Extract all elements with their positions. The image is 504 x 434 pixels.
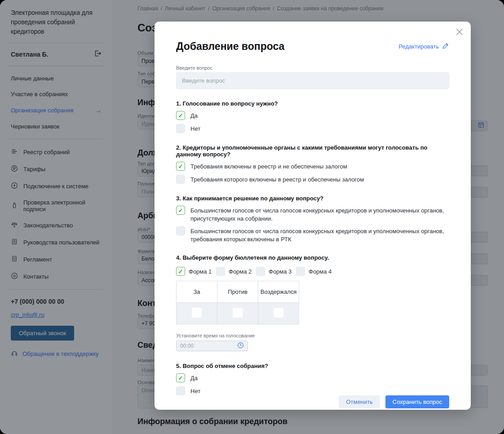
checkbox-unchecked[interactable]	[176, 124, 185, 133]
question-3: 3. Как принимается решение по данному во…	[176, 195, 449, 243]
option-row: Нет	[176, 124, 449, 133]
table-header-for: За	[177, 281, 217, 303]
question-1: 1. Голосование по вопросу нужно? ✓ Да Не…	[176, 100, 449, 133]
option-row: ✓ Да	[176, 111, 449, 120]
checkmark-icon: ✓	[178, 163, 183, 170]
question-title: 1. Голосование по вопросу нужно?	[176, 100, 449, 107]
app-window: Электронная площадка для проведения собр…	[0, 0, 504, 434]
checkmark-icon: ✓	[178, 268, 183, 275]
checkmark-icon: ✓	[178, 207, 183, 214]
checkbox-checked[interactable]: ✓	[176, 162, 185, 171]
question-input-label: Введите вопрос	[176, 65, 449, 71]
vote-checkbox[interactable]	[192, 308, 202, 318]
modal-footer: Отменить Сохранить вопрос	[176, 395, 449, 408]
close-icon[interactable]	[455, 27, 464, 37]
form-option-1: ✓ Форма 1	[176, 267, 216, 276]
question-title: 5. Вопрос об отмене собрания?	[176, 363, 449, 369]
checkmark-icon: ✓	[178, 112, 183, 119]
form-option-2: Форма 2	[216, 267, 256, 276]
question-2: 2. Кредиторы и уполномоченные органы с к…	[176, 144, 449, 184]
clock-icon[interactable]	[237, 342, 244, 350]
voting-time-input[interactable]: 00:00	[176, 341, 248, 351]
pencil-icon	[442, 42, 449, 51]
add-question-modal: Добавление вопроса Редактировать Введите…	[155, 22, 471, 410]
option-row: ✓ Да	[176, 373, 449, 382]
checkbox-checked[interactable]: ✓	[176, 206, 185, 215]
vote-checkbox[interactable]	[274, 308, 283, 318]
table-header-abstained: Воздержался	[258, 281, 299, 303]
question-title: 4. Выберите форму бюллетеня по данному в…	[176, 254, 449, 261]
ballot-forms-row: ✓ Форма 1 Форма 2 Форма 3 Форма 4	[176, 267, 449, 276]
edit-link[interactable]: Редактировать	[398, 42, 449, 51]
checkbox-checked[interactable]: ✓	[176, 267, 185, 276]
save-question-button[interactable]: Сохранить вопрос	[385, 395, 449, 408]
form-option-4: Форма 4	[296, 267, 336, 276]
checkbox-unchecked[interactable]	[256, 267, 265, 276]
option-row: Нет	[176, 386, 449, 395]
option-row: ✓ Требования включены в реестр и не обес…	[176, 162, 449, 171]
ballot-preview-table: За Против Воздержался	[176, 281, 299, 324]
question-5: 5. Вопрос об отмене собрания? ✓ Да Нет	[176, 363, 449, 395]
checkbox-checked[interactable]: ✓	[176, 373, 185, 382]
option-row: Требования которого включены в реестр и …	[176, 175, 449, 184]
vote-checkbox[interactable]	[233, 308, 243, 318]
checkmark-icon: ✓	[178, 375, 183, 381]
table-header-against: Против	[217, 281, 258, 303]
checkbox-unchecked[interactable]	[176, 175, 185, 184]
cancel-button[interactable]: Отменить	[339, 395, 380, 408]
question-4: 4. Выберите форму бюллетеня по данному в…	[176, 254, 449, 324]
checkbox-unchecked[interactable]	[176, 386, 185, 395]
voting-time-block: Установите время на голосование 00:00	[176, 333, 449, 351]
question-input[interactable]: Введите вопрос	[176, 72, 449, 89]
form-option-3: Форма 3	[256, 267, 296, 276]
question-title: 3. Как принимается решение по данному во…	[176, 195, 449, 202]
checkbox-unchecked[interactable]	[216, 267, 225, 276]
table-cell	[217, 303, 258, 324]
checkbox-checked[interactable]: ✓	[176, 111, 185, 120]
voting-time-label: Установите время на голосование	[176, 333, 449, 338]
checkbox-unchecked[interactable]	[296, 267, 305, 276]
checkbox-unchecked[interactable]	[176, 226, 185, 235]
question-title: 2. Кредиторы и уполномоченные органы с к…	[176, 144, 449, 158]
table-cell	[258, 303, 299, 324]
option-row: Большинством голосов от числа голосов ко…	[176, 226, 449, 243]
option-row: ✓ Большинством голосов от числа голосов …	[176, 206, 449, 222]
modal-title: Добавление вопроса	[176, 40, 284, 53]
table-cell	[177, 303, 217, 324]
